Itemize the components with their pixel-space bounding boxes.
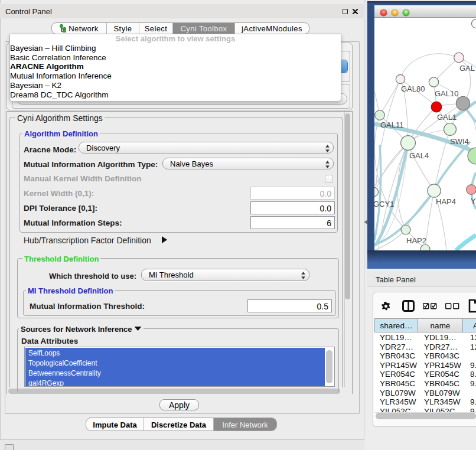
svg-text:GAL1: GAL1 [437, 113, 457, 122]
svg-text:GAL10: GAL10 [435, 89, 458, 98]
svg-text:GAL11: GAL11 [380, 120, 404, 129]
svg-text:GAL4: GAL4 [409, 151, 429, 160]
svg-text:GCY1: GCY1 [374, 200, 394, 208]
svg-text:Y: Y [471, 197, 476, 206]
svg-text:GAL: GAL [459, 64, 475, 73]
svg-text:HAP2: HAP2 [406, 236, 426, 245]
svg-text:SWI4: SWI4 [450, 137, 469, 146]
svg-text:HAP4: HAP4 [436, 197, 456, 206]
svg-text:GAL80: GAL80 [401, 84, 425, 93]
